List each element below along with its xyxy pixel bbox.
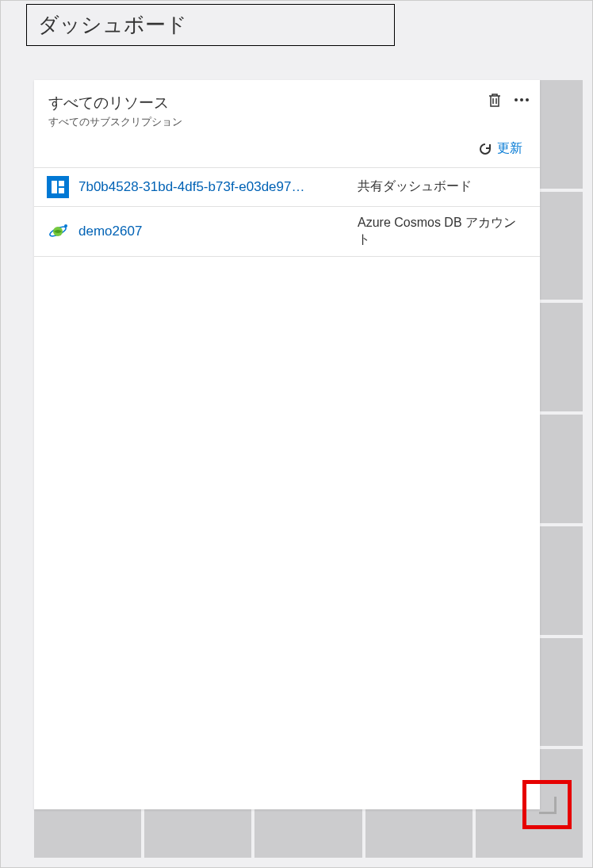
dashboard-icon: [47, 176, 69, 198]
resource-list: 7b0b4528-31bd-4df5-b73f-e03de97… 共有ダッシュボ…: [34, 167, 540, 257]
trash-icon: [488, 92, 502, 108]
svg-rect-4: [59, 181, 64, 186]
tile-title: すべてのリソース: [48, 93, 526, 113]
resource-row[interactable]: demo2607 Azure Cosmos DB アカウント: [34, 207, 540, 257]
tile-header: すべてのリソース すべてのサブスクリプション: [34, 80, 540, 132]
refresh-button[interactable]: 更新: [478, 140, 522, 157]
all-resources-tile: すべてのリソース すべてのサブスクリプション: [34, 80, 540, 809]
refresh-label: 更新: [497, 140, 522, 157]
resource-name-link[interactable]: 7b0b4528-31bd-4df5-b73f-e03de97…: [78, 179, 348, 195]
page-title: ダッシュボード: [26, 4, 395, 46]
svg-point-2: [526, 98, 529, 101]
svg-point-0: [515, 98, 518, 101]
svg-point-1: [520, 98, 523, 101]
svg-point-8: [64, 224, 67, 228]
refresh-icon: [478, 142, 492, 156]
resource-type-label: 共有ダッシュボード: [358, 178, 472, 195]
resize-handle[interactable]: [538, 795, 557, 814]
more-button[interactable]: [511, 90, 532, 110]
tile-subtitle: すべてのサブスクリプション: [48, 115, 526, 129]
tile-actions: [484, 90, 532, 110]
resource-row[interactable]: 7b0b4528-31bd-4df5-b73f-e03de97… 共有ダッシュボ…: [34, 168, 540, 207]
ellipsis-icon: [514, 98, 530, 102]
resource-type-label: Azure Cosmos DB アカウント: [358, 215, 527, 248]
svg-rect-5: [59, 188, 64, 193]
resize-handle-highlight: [522, 780, 572, 829]
dashboard-page: ダッシュボード すべてのリソース すべてのサブスクリプション: [1, 1, 592, 867]
svg-rect-3: [52, 181, 57, 193]
cosmos-db-icon: [47, 220, 69, 243]
resource-name-link[interactable]: demo2607: [78, 224, 348, 239]
refresh-row: 更新: [34, 132, 540, 167]
dashboard-grid: すべてのリソース すべてのサブスクリプション: [34, 80, 583, 858]
delete-button[interactable]: [484, 90, 505, 110]
